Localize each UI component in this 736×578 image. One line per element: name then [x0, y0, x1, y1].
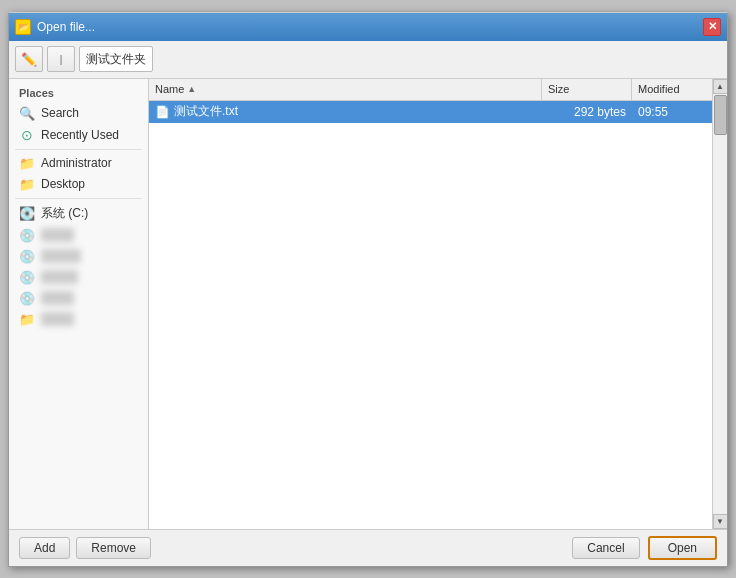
breadcrumb-path[interactable]: 测试文件夹 — [79, 46, 153, 72]
drive-icon-c: 💽 — [19, 206, 35, 221]
dialog-window: 📂 Open file... ✕ ✏️ | 测试文件夹 Places 🔍 Sea… — [8, 12, 728, 567]
sidebar-item-system-c-label: 系统 (C:) — [41, 205, 88, 222]
sidebar-item-d[interactable]: 💿 — [9, 225, 148, 246]
search-icon: 🔍 — [19, 106, 35, 121]
sidebar-item-f[interactable]: 💿 — [9, 267, 148, 288]
footer-right-buttons: Cancel Open — [572, 536, 717, 560]
sidebar-item-recently-used[interactable]: ⊙ Recently Used — [9, 124, 148, 146]
window-icon: 📂 — [15, 19, 31, 35]
open-button[interactable]: Open — [648, 536, 717, 560]
scrollbar-track[interactable] — [713, 94, 728, 514]
sidebar-item-desktop-label: Desktop — [41, 177, 85, 191]
sidebar-divider-2 — [15, 198, 142, 199]
sidebar-item-desktop[interactable]: 📁 Desktop — [9, 174, 148, 195]
cancel-button[interactable]: Cancel — [572, 537, 639, 559]
remove-button[interactable]: Remove — [76, 537, 151, 559]
drive-icon-f: 💿 — [19, 270, 35, 285]
sidebar-item-h[interactable]: 📁 — [9, 309, 148, 330]
breadcrumb-folder: 测试文件夹 — [86, 51, 146, 68]
folder-icon-h: 📁 — [19, 312, 35, 327]
sidebar-item-search-label: Search — [41, 106, 79, 120]
sidebar-item-system-c[interactable]: 💽 系统 (C:) — [9, 202, 148, 225]
main-panel: Name ▲ Size Modified 📄 测试文件. — [149, 79, 712, 529]
scrollbar[interactable]: ▲ ▼ — [712, 79, 727, 529]
separator-icon: | — [60, 54, 63, 65]
sidebar-divider-1 — [15, 149, 142, 150]
window-title: Open file... — [37, 20, 95, 34]
file-list: 📄 测试文件.txt 292 bytes 09:55 — [149, 101, 712, 529]
column-name-label: Name — [155, 83, 184, 95]
recently-used-icon: ⊙ — [19, 127, 35, 143]
folder-icon-desktop: 📁 — [19, 177, 35, 192]
sidebar-header: Places — [9, 85, 148, 103]
column-header-size[interactable]: Size — [542, 79, 632, 100]
sidebar-item-h-label — [41, 312, 74, 326]
drive-icon-d: 💿 — [19, 228, 35, 243]
folder-icon-admin: 📁 — [19, 156, 35, 171]
sidebar-item-search[interactable]: 🔍 Search — [9, 103, 148, 124]
drive-icon-e: 💿 — [19, 249, 35, 264]
sidebar-item-d-label — [41, 228, 74, 242]
file-name-text: 测试文件.txt — [174, 103, 238, 120]
column-modified-label: Modified — [638, 83, 680, 95]
column-header-modified[interactable]: Modified — [632, 79, 712, 100]
sidebar-item-g[interactable]: 💿 — [9, 288, 148, 309]
column-size-label: Size — [548, 83, 569, 95]
scroll-up-button[interactable]: ▲ — [713, 79, 728, 94]
file-item-name: 📄 测试文件.txt — [149, 103, 542, 120]
file-icon: 📄 — [155, 105, 169, 119]
add-button[interactable]: Add — [19, 537, 70, 559]
file-list-header: Name ▲ Size Modified — [149, 79, 712, 101]
sort-arrow: ▲ — [187, 84, 196, 94]
file-item-modified: 09:55 — [632, 105, 712, 119]
sidebar-item-e-label — [41, 249, 81, 263]
sidebar: Places 🔍 Search ⊙ Recently Used 📁 Admini… — [9, 79, 149, 529]
table-row[interactable]: 📄 测试文件.txt 292 bytes 09:55 — [149, 101, 712, 123]
toolbar: ✏️ | 测试文件夹 — [9, 41, 727, 79]
title-bar: 📂 Open file... ✕ — [9, 13, 727, 41]
sidebar-item-f-label — [41, 270, 78, 284]
edit-button[interactable]: ✏️ — [15, 46, 43, 72]
scrollbar-thumb[interactable] — [714, 95, 727, 135]
sidebar-item-administrator[interactable]: 📁 Administrator — [9, 153, 148, 174]
close-button[interactable]: ✕ — [703, 18, 721, 36]
column-header-name[interactable]: Name ▲ — [149, 79, 542, 100]
sidebar-item-recently-used-label: Recently Used — [41, 128, 119, 142]
sidebar-item-g-label — [41, 291, 74, 305]
main-content-wrapper: Name ▲ Size Modified 📄 测试文件. — [149, 79, 727, 529]
edit-icon: ✏️ — [21, 52, 37, 67]
footer: Add Remove Cancel Open — [9, 529, 727, 566]
scroll-down-button[interactable]: ▼ — [713, 514, 728, 529]
file-item-size: 292 bytes — [542, 105, 632, 119]
footer-left-buttons: Add Remove — [19, 537, 151, 559]
separator-button[interactable]: | — [47, 46, 75, 72]
sidebar-item-administrator-label: Administrator — [41, 156, 112, 170]
sidebar-item-e[interactable]: 💿 — [9, 246, 148, 267]
title-bar-left: 📂 Open file... — [15, 19, 95, 35]
drive-icon-g: 💿 — [19, 291, 35, 306]
content-area: Places 🔍 Search ⊙ Recently Used 📁 Admini… — [9, 79, 727, 529]
